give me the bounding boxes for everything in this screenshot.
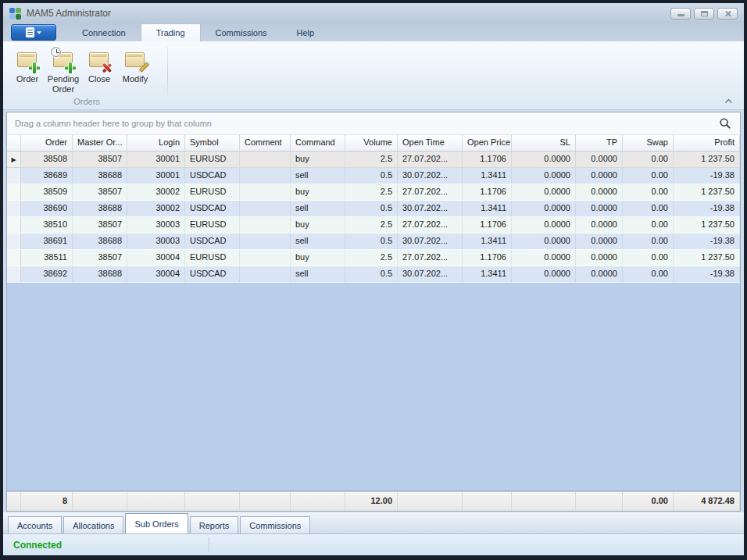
tab-trading[interactable]: Trading bbox=[141, 23, 201, 41]
cell-comment bbox=[240, 184, 291, 200]
summary-command bbox=[291, 492, 345, 511]
table-row[interactable]: 385103850730003EURUSDbuy2.527.07.202...1… bbox=[7, 217, 740, 234]
cell-login: 30004 bbox=[127, 250, 185, 266]
cell-symbol: EURUSD bbox=[185, 217, 240, 233]
window-title: MAM5 Administrator bbox=[27, 8, 111, 19]
cell-order: 38689 bbox=[21, 168, 73, 184]
column-header-master[interactable]: Master Or... bbox=[73, 135, 127, 151]
close-icon bbox=[724, 10, 731, 17]
table-row[interactable]: 386893868830001USDCADsell0.530.07.202...… bbox=[7, 168, 740, 184]
group-by-band[interactable]: Drag a column header here to group by th… bbox=[7, 112, 740, 135]
column-header-open_time[interactable]: Open Time bbox=[398, 135, 463, 151]
collapse-ribbon-icon[interactable] bbox=[722, 95, 734, 106]
cell-sl: 0.0000 bbox=[512, 217, 576, 233]
bottom-tab-allocations[interactable]: Allocations bbox=[63, 516, 123, 533]
scroll-glyph bbox=[125, 52, 145, 67]
cell-volume: 2.5 bbox=[345, 250, 398, 266]
cell-swap: 0.00 bbox=[623, 184, 674, 200]
cell-comment bbox=[240, 152, 291, 167]
cell-login: 30001 bbox=[127, 168, 185, 184]
table-row[interactable]: 386913868830003USDCADsell0.530.07.202...… bbox=[7, 234, 740, 250]
cell-login: 30002 bbox=[127, 201, 185, 216]
table-row[interactable]: 386903868830002USDCADsell0.530.07.202...… bbox=[7, 201, 740, 217]
column-header-indicator bbox=[7, 135, 21, 151]
cell-sl: 0.0000 bbox=[512, 201, 576, 216]
close-button[interactable] bbox=[717, 8, 738, 20]
tab-commissions[interactable]: Commissions bbox=[201, 23, 282, 41]
cell-master: 38507 bbox=[73, 250, 127, 266]
table-row[interactable]: 385113850730004EURUSDbuy2.527.07.202...1… bbox=[7, 250, 740, 266]
close-button[interactable]: Close bbox=[81, 45, 117, 86]
table-row[interactable]: ▶385083850730001EURUSDbuy2.527.07.202...… bbox=[7, 152, 740, 168]
cell-volume: 0.5 bbox=[345, 168, 398, 184]
cell-order: 38690 bbox=[21, 201, 73, 216]
column-header-swap[interactable]: Swap bbox=[623, 135, 674, 151]
ribbon-separator bbox=[167, 46, 168, 103]
cell-tp: 0.0000 bbox=[576, 201, 623, 216]
row-indicator bbox=[7, 266, 21, 282]
cell-open_price: 1.1706 bbox=[463, 217, 512, 233]
pending-order-icon bbox=[50, 47, 77, 73]
row-indicator bbox=[7, 168, 21, 184]
table-row[interactable]: 386923868830004USDCADsell0.530.07.202...… bbox=[7, 266, 740, 283]
table-row[interactable]: 385093850730002EURUSDbuy2.527.07.202...1… bbox=[7, 184, 740, 201]
cell-master: 38507 bbox=[73, 184, 127, 200]
cell-symbol: EURUSD bbox=[185, 250, 240, 266]
tab-help[interactable]: Help bbox=[282, 23, 330, 41]
column-header-command[interactable]: Command bbox=[291, 135, 345, 151]
cell-volume: 0.5 bbox=[345, 234, 398, 249]
toolbar-button-label: Order bbox=[16, 74, 38, 84]
cell-sl: 0.0000 bbox=[512, 184, 576, 200]
cell-profit: -19.38 bbox=[674, 201, 740, 216]
row-indicator bbox=[7, 234, 21, 249]
minimize-button[interactable] bbox=[670, 8, 691, 20]
column-header-login[interactable]: Login bbox=[127, 135, 185, 151]
cell-master: 38688 bbox=[73, 201, 127, 216]
order-button[interactable]: Order bbox=[9, 45, 45, 86]
column-header-comment[interactable]: Comment bbox=[240, 135, 291, 151]
application-menu-button[interactable] bbox=[11, 24, 56, 41]
maximize-button[interactable] bbox=[694, 8, 714, 20]
tab-connection[interactable]: Connection bbox=[67, 23, 141, 41]
orders-grid: Drag a column header here to group by th… bbox=[6, 112, 741, 512]
modify-button[interactable]: Modify bbox=[117, 45, 153, 86]
cell-login: 30004 bbox=[127, 266, 185, 282]
cell-login: 30002 bbox=[127, 184, 185, 200]
cell-sl: 0.0000 bbox=[512, 168, 576, 184]
column-header-open_price[interactable]: Open Price bbox=[463, 135, 512, 151]
modify-order-icon bbox=[122, 47, 148, 73]
column-header-sl[interactable]: SL bbox=[512, 135, 576, 151]
bottom-tab-commissions[interactable]: Commissions bbox=[240, 516, 310, 533]
title-bar[interactable]: MAM5 Administrator bbox=[3, 3, 744, 23]
cell-symbol: USDCAD bbox=[185, 201, 240, 216]
cell-comment bbox=[240, 201, 291, 216]
cell-open_time: 27.07.202... bbox=[398, 250, 463, 266]
plus-glyph bbox=[65, 62, 76, 73]
clock-glyph bbox=[51, 47, 61, 57]
cell-order: 38691 bbox=[21, 234, 73, 249]
column-header-symbol[interactable]: Symbol bbox=[185, 135, 240, 151]
cell-comment bbox=[240, 266, 291, 282]
column-header-tp[interactable]: TP bbox=[576, 135, 623, 151]
cell-command: sell bbox=[291, 266, 345, 282]
column-header-order[interactable]: Order bbox=[21, 135, 73, 151]
new-order-icon bbox=[14, 47, 41, 73]
cell-master: 38688 bbox=[73, 168, 127, 184]
cell-swap: 0.00 bbox=[623, 266, 674, 282]
status-bar: Connected bbox=[3, 533, 744, 555]
cell-volume: 2.5 bbox=[345, 152, 398, 167]
bottom-tab-sub-orders[interactable]: Sub Orders bbox=[125, 513, 188, 533]
cell-sl: 0.0000 bbox=[512, 250, 576, 266]
ribbon: OrderPending OrderCloseModify Orders bbox=[3, 41, 744, 110]
cell-symbol: USDCAD bbox=[185, 266, 240, 282]
column-header-profit[interactable]: Profit bbox=[674, 135, 740, 151]
bottom-tab-reports[interactable]: Reports bbox=[190, 516, 239, 533]
search-icon[interactable] bbox=[718, 116, 732, 130]
pending-order-button[interactable]: Pending Order bbox=[45, 45, 81, 96]
cell-open_price: 1.3411 bbox=[463, 234, 512, 249]
row-indicator: ▶ bbox=[7, 152, 21, 167]
cell-tp: 0.0000 bbox=[576, 250, 623, 266]
column-header-volume[interactable]: Volume bbox=[345, 135, 398, 151]
cell-symbol: USDCAD bbox=[185, 234, 240, 249]
bottom-tab-accounts[interactable]: Accounts bbox=[8, 516, 62, 533]
